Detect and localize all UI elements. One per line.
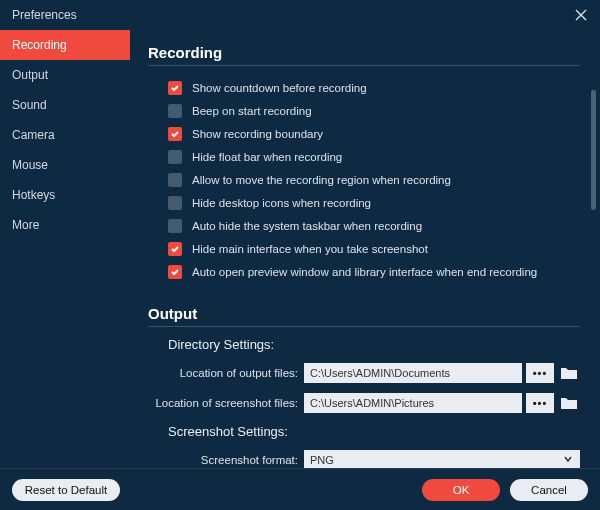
sidebar-item-recording[interactable]: Recording: [0, 30, 130, 60]
option-label: Show recording boundary: [192, 128, 323, 140]
sidebar-item-sound[interactable]: Sound: [0, 90, 130, 120]
option-label: Beep on start recording: [192, 105, 312, 117]
reset-button[interactable]: Reset to Default: [12, 479, 120, 501]
option-label: Show countdown before recording: [192, 82, 367, 94]
checkbox[interactable]: [168, 196, 182, 210]
browse-button[interactable]: •••: [526, 393, 554, 413]
footer: Reset to Default OK Cancel: [0, 468, 600, 510]
option-row: Hide main interface when you take screen…: [168, 237, 580, 260]
preferences-window: Preferences Recording Output Sound Camer…: [0, 0, 600, 510]
window-title: Preferences: [12, 8, 77, 22]
checkbox[interactable]: [168, 127, 182, 141]
row-screenshot-format: Screenshot format: PNG: [148, 447, 580, 468]
row-output-location: Location of output files: •••: [148, 360, 580, 386]
sidebar-item-label: Hotkeys: [12, 188, 55, 202]
select-value: PNG: [310, 454, 334, 466]
option-row: Auto open preview window and library int…: [168, 260, 580, 283]
option-label: Hide main interface when you take screen…: [192, 243, 428, 255]
ok-button[interactable]: OK: [422, 479, 500, 501]
option-label: Auto open preview window and library int…: [192, 266, 537, 278]
checkbox[interactable]: [168, 81, 182, 95]
cancel-button[interactable]: Cancel: [510, 479, 588, 501]
checkbox[interactable]: [168, 150, 182, 164]
sidebar-item-label: Recording: [12, 38, 67, 52]
option-row: Allow to move the recording region when …: [168, 168, 580, 191]
select-screenshot-format[interactable]: PNG: [304, 450, 580, 468]
option-row: Beep on start recording: [168, 99, 580, 122]
option-label: Auto hide the system taskbar when record…: [192, 220, 422, 232]
main-panel: Recording Show countdown before recordin…: [130, 30, 600, 468]
input-output-path[interactable]: [304, 363, 522, 383]
sidebar-item-label: Output: [12, 68, 48, 82]
sidebar: Recording Output Sound Camera Mouse Hotk…: [0, 30, 130, 468]
option-row: Show countdown before recording: [168, 76, 580, 99]
label-screenshot-files: Location of screenshot files:: [148, 397, 304, 409]
label-screenshot-format: Screenshot format:: [148, 454, 304, 466]
row-screenshot-location: Location of screenshot files: •••: [148, 390, 580, 416]
option-label: Hide float bar when recording: [192, 151, 342, 163]
checkbox[interactable]: [168, 265, 182, 279]
browse-button[interactable]: •••: [526, 363, 554, 383]
option-label: Hide desktop icons when recording: [192, 197, 371, 209]
open-folder-icon[interactable]: [558, 363, 580, 383]
section-title-recording: Recording: [148, 44, 580, 66]
sidebar-item-label: Sound: [12, 98, 47, 112]
checkbox[interactable]: [168, 104, 182, 118]
open-folder-icon[interactable]: [558, 393, 580, 413]
checkbox[interactable]: [168, 242, 182, 256]
sidebar-item-label: More: [12, 218, 39, 232]
subsection-directory: Directory Settings:: [168, 337, 580, 352]
label-output-files: Location of output files:: [148, 367, 304, 379]
option-row: Hide float bar when recording: [168, 145, 580, 168]
input-screenshot-path[interactable]: [304, 393, 522, 413]
close-icon[interactable]: [572, 6, 590, 24]
sidebar-item-label: Mouse: [12, 158, 48, 172]
subsection-screenshot: Screenshot Settings:: [168, 424, 580, 439]
sidebar-item-mouse[interactable]: Mouse: [0, 150, 130, 180]
sidebar-item-label: Camera: [12, 128, 55, 142]
titlebar: Preferences: [0, 0, 600, 30]
sidebar-item-camera[interactable]: Camera: [0, 120, 130, 150]
option-row: Auto hide the system taskbar when record…: [168, 214, 580, 237]
checkbox[interactable]: [168, 173, 182, 187]
option-row: Hide desktop icons when recording: [168, 191, 580, 214]
recording-options: Show countdown before recording Beep on …: [168, 76, 580, 283]
chevron-down-icon: [562, 453, 574, 467]
sidebar-item-hotkeys[interactable]: Hotkeys: [0, 180, 130, 210]
body: Recording Output Sound Camera Mouse Hotk…: [0, 30, 600, 468]
option-label: Allow to move the recording region when …: [192, 174, 451, 186]
option-row: Show recording boundary: [168, 122, 580, 145]
footer-right: OK Cancel: [422, 479, 588, 501]
checkbox[interactable]: [168, 219, 182, 233]
scrollbar[interactable]: [591, 90, 596, 210]
sidebar-item-more[interactable]: More: [0, 210, 130, 240]
section-title-output: Output: [148, 305, 580, 327]
sidebar-item-output[interactable]: Output: [0, 60, 130, 90]
output-section: Output Directory Settings: Location of o…: [148, 305, 580, 468]
